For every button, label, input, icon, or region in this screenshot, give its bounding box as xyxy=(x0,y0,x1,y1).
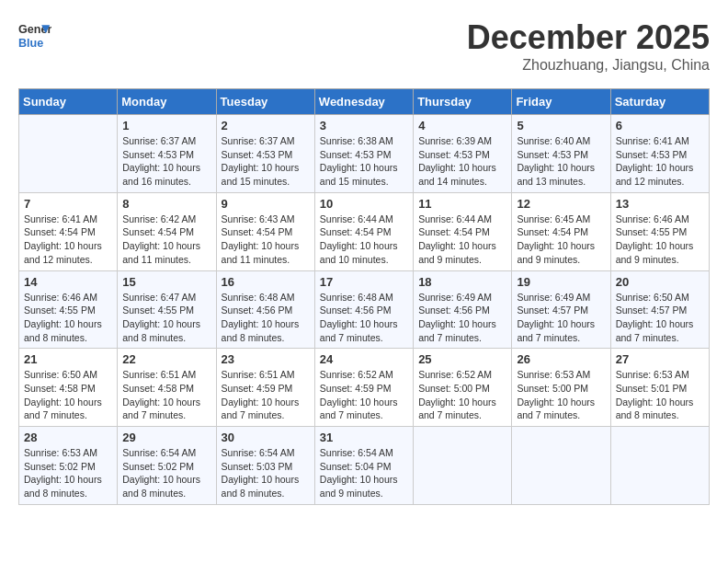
calendar-cell: 7Sunrise: 6:41 AMSunset: 4:54 PMDaylight… xyxy=(19,192,118,270)
calendar-cell: 30Sunrise: 6:54 AMSunset: 5:03 PMDayligh… xyxy=(216,427,314,505)
month-title: December 2025 xyxy=(467,18,710,57)
day-info: Sunrise: 6:45 AMSunset: 4:54 PMDaylight:… xyxy=(517,213,605,267)
calendar-cell: 1Sunrise: 6:37 AMSunset: 4:53 PMDaylight… xyxy=(118,115,216,193)
day-number: 30 xyxy=(222,431,310,444)
day-number: 8 xyxy=(122,197,210,211)
day-info: Sunrise: 6:49 AMSunset: 4:57 PMDaylight:… xyxy=(517,291,605,345)
day-number: 27 xyxy=(616,352,704,366)
calendar-cell: 5Sunrise: 6:40 AMSunset: 4:53 PMDaylight… xyxy=(512,115,610,193)
calendar-cell: 19Sunrise: 6:49 AMSunset: 4:57 PMDayligh… xyxy=(512,270,610,349)
day-number: 11 xyxy=(418,197,506,211)
day-info: Sunrise: 6:54 AMSunset: 5:02 PMDaylight:… xyxy=(122,446,210,500)
day-info: Sunrise: 6:53 AMSunset: 5:02 PMDaylight:… xyxy=(24,446,112,500)
day-number: 19 xyxy=(517,275,605,289)
calendar-cell: 22Sunrise: 6:51 AMSunset: 4:58 PMDayligh… xyxy=(118,349,216,427)
calendar-table: SundayMondayTuesdayWednesdayThursdayFrid… xyxy=(18,88,710,505)
day-number: 1 xyxy=(122,119,210,132)
day-info: Sunrise: 6:42 AMSunset: 4:54 PMDaylight:… xyxy=(122,213,210,267)
day-info: Sunrise: 6:46 AMSunset: 4:55 PMDaylight:… xyxy=(616,213,704,267)
calendar-cell xyxy=(512,427,610,505)
calendar-cell xyxy=(414,427,512,505)
day-info: Sunrise: 6:46 AMSunset: 4:55 PMDaylight:… xyxy=(24,291,112,345)
calendar-cell: 31Sunrise: 6:54 AMSunset: 5:04 PMDayligh… xyxy=(314,427,413,505)
day-info: Sunrise: 6:52 AMSunset: 4:59 PMDaylight:… xyxy=(320,368,408,422)
day-number: 6 xyxy=(616,119,704,132)
day-info: Sunrise: 6:49 AMSunset: 4:56 PMDaylight:… xyxy=(418,291,506,345)
calendar-cell xyxy=(610,427,709,505)
day-info: Sunrise: 6:47 AMSunset: 4:55 PMDaylight:… xyxy=(122,291,210,345)
calendar-body: 1Sunrise: 6:37 AMSunset: 4:53 PMDaylight… xyxy=(19,115,710,505)
day-info: Sunrise: 6:50 AMSunset: 4:58 PMDaylight:… xyxy=(24,368,112,422)
calendar-cell: 9Sunrise: 6:43 AMSunset: 4:54 PMDaylight… xyxy=(216,192,314,270)
calendar-cell: 29Sunrise: 6:54 AMSunset: 5:02 PMDayligh… xyxy=(118,427,216,505)
calendar-cell: 2Sunrise: 6:37 AMSunset: 4:53 PMDaylight… xyxy=(216,115,314,193)
weekday-header: Sunday xyxy=(19,89,118,115)
calendar-cell: 12Sunrise: 6:45 AMSunset: 4:54 PMDayligh… xyxy=(512,192,610,270)
weekday-header: Thursday xyxy=(414,89,512,115)
day-info: Sunrise: 6:44 AMSunset: 4:54 PMDaylight:… xyxy=(320,213,408,267)
day-number: 3 xyxy=(320,119,408,132)
day-number: 4 xyxy=(418,119,506,132)
calendar-cell: 13Sunrise: 6:46 AMSunset: 4:55 PMDayligh… xyxy=(610,192,709,270)
calendar-cell: 23Sunrise: 6:51 AMSunset: 4:59 PMDayligh… xyxy=(216,349,314,427)
day-number: 16 xyxy=(222,275,310,289)
title-block: December 2025 Zhouzhuang, Jiangsu, China xyxy=(467,18,710,74)
calendar-header-row: SundayMondayTuesdayWednesdayThursdayFrid… xyxy=(19,89,710,115)
weekday-header: Friday xyxy=(512,89,610,115)
day-number: 29 xyxy=(122,431,210,444)
day-info: Sunrise: 6:54 AMSunset: 5:03 PMDaylight:… xyxy=(222,446,310,500)
day-number: 22 xyxy=(122,352,210,366)
day-number: 13 xyxy=(616,197,704,211)
day-number: 31 xyxy=(320,431,408,444)
calendar-cell: 17Sunrise: 6:48 AMSunset: 4:56 PMDayligh… xyxy=(314,270,413,349)
day-number: 18 xyxy=(418,275,506,289)
calendar-cell: 15Sunrise: 6:47 AMSunset: 4:55 PMDayligh… xyxy=(118,270,216,349)
svg-text:Blue: Blue xyxy=(18,37,43,50)
logo-icon: General Blue xyxy=(18,18,51,52)
day-info: Sunrise: 6:53 AMSunset: 5:01 PMDaylight:… xyxy=(616,368,704,422)
day-number: 23 xyxy=(222,352,310,366)
day-info: Sunrise: 6:51 AMSunset: 4:59 PMDaylight:… xyxy=(222,368,310,422)
calendar-cell: 4Sunrise: 6:39 AMSunset: 4:53 PMDaylight… xyxy=(414,115,512,193)
day-info: Sunrise: 6:39 AMSunset: 4:53 PMDaylight:… xyxy=(418,134,506,189)
day-info: Sunrise: 6:51 AMSunset: 4:58 PMDaylight:… xyxy=(122,368,210,422)
weekday-header: Monday xyxy=(118,89,216,115)
calendar-cell: 6Sunrise: 6:41 AMSunset: 4:53 PMDaylight… xyxy=(610,115,709,193)
calendar-cell: 3Sunrise: 6:38 AMSunset: 4:53 PMDaylight… xyxy=(314,115,413,193)
day-number: 15 xyxy=(122,275,210,289)
weekday-header: Wednesday xyxy=(314,89,413,115)
day-info: Sunrise: 6:54 AMSunset: 5:04 PMDaylight:… xyxy=(320,446,408,500)
day-number: 26 xyxy=(517,352,605,366)
day-number: 9 xyxy=(222,197,310,211)
day-info: Sunrise: 6:48 AMSunset: 4:56 PMDaylight:… xyxy=(320,291,408,345)
calendar-cell: 25Sunrise: 6:52 AMSunset: 5:00 PMDayligh… xyxy=(414,349,512,427)
day-number: 21 xyxy=(24,352,112,366)
day-info: Sunrise: 6:53 AMSunset: 5:00 PMDaylight:… xyxy=(517,368,605,422)
day-info: Sunrise: 6:44 AMSunset: 4:54 PMDaylight:… xyxy=(418,213,506,267)
day-info: Sunrise: 6:43 AMSunset: 4:54 PMDaylight:… xyxy=(222,213,310,267)
calendar-cell: 16Sunrise: 6:48 AMSunset: 4:56 PMDayligh… xyxy=(216,270,314,349)
day-info: Sunrise: 6:50 AMSunset: 4:57 PMDaylight:… xyxy=(616,291,704,345)
location: Zhouzhuang, Jiangsu, China xyxy=(467,57,710,74)
day-number: 7 xyxy=(24,197,112,211)
calendar-week-row: 7Sunrise: 6:41 AMSunset: 4:54 PMDaylight… xyxy=(19,192,710,270)
calendar-cell: 14Sunrise: 6:46 AMSunset: 4:55 PMDayligh… xyxy=(19,270,118,349)
day-number: 12 xyxy=(517,197,605,211)
calendar-cell: 27Sunrise: 6:53 AMSunset: 5:01 PMDayligh… xyxy=(610,349,709,427)
calendar-cell: 28Sunrise: 6:53 AMSunset: 5:02 PMDayligh… xyxy=(19,427,118,505)
calendar-week-row: 14Sunrise: 6:46 AMSunset: 4:55 PMDayligh… xyxy=(19,270,710,349)
day-info: Sunrise: 6:37 AMSunset: 4:53 PMDaylight:… xyxy=(122,134,210,189)
day-number: 14 xyxy=(24,275,112,289)
logo: General Blue xyxy=(18,18,55,52)
calendar-cell: 11Sunrise: 6:44 AMSunset: 4:54 PMDayligh… xyxy=(414,192,512,270)
weekday-header: Tuesday xyxy=(216,89,314,115)
day-number: 17 xyxy=(320,275,408,289)
calendar-cell: 18Sunrise: 6:49 AMSunset: 4:56 PMDayligh… xyxy=(414,270,512,349)
calendar-cell: 26Sunrise: 6:53 AMSunset: 5:00 PMDayligh… xyxy=(512,349,610,427)
calendar-cell xyxy=(19,115,118,193)
calendar-cell: 10Sunrise: 6:44 AMSunset: 4:54 PMDayligh… xyxy=(314,192,413,270)
calendar-week-row: 1Sunrise: 6:37 AMSunset: 4:53 PMDaylight… xyxy=(19,115,710,193)
day-info: Sunrise: 6:52 AMSunset: 5:00 PMDaylight:… xyxy=(418,368,506,422)
day-info: Sunrise: 6:48 AMSunset: 4:56 PMDaylight:… xyxy=(222,291,310,345)
day-info: Sunrise: 6:41 AMSunset: 4:53 PMDaylight:… xyxy=(616,134,704,189)
